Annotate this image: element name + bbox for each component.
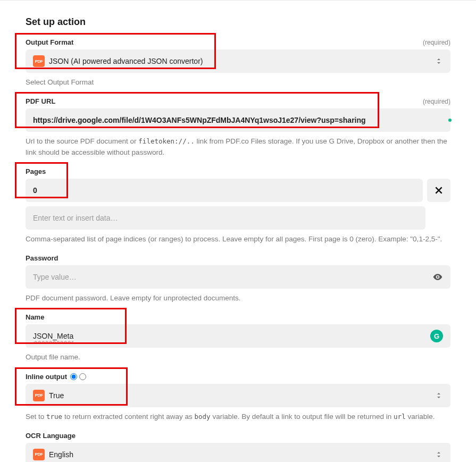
pages-placeholder: Enter text or insert data… xyxy=(33,214,418,222)
output-format-value: JSON (AI powered advanced JSON convertor… xyxy=(49,57,430,65)
page-title: Set up action xyxy=(26,16,450,28)
label-inline-output: Inline output xyxy=(26,373,86,381)
required-tag: (required) xyxy=(423,39,450,46)
pdf-url-value: https://drive.google.com/file/d/1W4O3ANF… xyxy=(33,116,443,124)
hint-pages: Comma-separated list of page indices (or… xyxy=(26,234,450,245)
input-pages[interactable]: 0 xyxy=(26,179,423,202)
password-placeholder: Type value… xyxy=(33,273,428,281)
label-pdf-url: PDF URL xyxy=(26,97,55,105)
inline-radio-2[interactable] xyxy=(79,373,86,380)
updown-icon xyxy=(435,450,443,459)
field-ocr-language: OCR Language PDF English xyxy=(26,432,450,462)
input-password[interactable]: Type value… xyxy=(26,265,450,289)
label-password: Password xyxy=(26,254,58,262)
pdf-icon: PDF xyxy=(33,449,45,460)
field-pages: Pages 0 Enter text or insert data… Comma… xyxy=(26,167,450,245)
ocr-language-value: English xyxy=(49,450,430,459)
hint-pdf-url: Url to the source PDF document or fileto… xyxy=(26,136,450,158)
inline-output-value: True xyxy=(49,391,430,400)
hint-name: Output file name. xyxy=(26,352,450,363)
close-icon xyxy=(434,186,444,195)
updown-icon xyxy=(435,391,443,400)
label-output-format: Output Format xyxy=(26,38,73,46)
input-pdf-url[interactable]: https://drive.google.com/file/d/1W4O3ANF… xyxy=(26,108,450,132)
hint-output-format: Select Output Format xyxy=(26,77,450,88)
input-pages-extra[interactable]: Enter text or insert data… xyxy=(26,206,425,230)
pdf-icon: PDF xyxy=(33,55,45,67)
field-pdf-url: PDF URL (required) https://drive.google.… xyxy=(26,97,450,158)
label-name: Name xyxy=(26,313,44,321)
pages-value: 0 xyxy=(33,186,415,195)
grammarly-icon[interactable]: G xyxy=(430,330,443,342)
required-tag: (required) xyxy=(423,98,450,105)
select-inline-output[interactable]: PDF True xyxy=(26,384,450,407)
name-value: JSON_Meta xyxy=(33,332,426,340)
field-output-format: Output Format (required) PDF JSON (AI po… xyxy=(26,38,450,88)
label-pages: Pages xyxy=(26,167,46,175)
updown-icon xyxy=(435,57,443,65)
pdf-icon: PDF xyxy=(33,390,45,401)
label-ocr-language: OCR Language xyxy=(26,432,76,440)
inline-radio-1[interactable] xyxy=(70,373,77,380)
select-ocr-language[interactable]: PDF English xyxy=(26,443,450,462)
field-inline-output: Inline output PDF True Set to true to re… xyxy=(26,373,450,422)
hint-password: PDF document password. Leave empty for u… xyxy=(26,293,450,304)
hint-inline-output: Set to true to return extracted content … xyxy=(26,411,450,422)
input-name[interactable]: JSON_Meta G xyxy=(26,324,450,348)
field-name: Name JSON_Meta G Output file name. xyxy=(26,313,450,363)
eye-icon[interactable] xyxy=(432,272,443,282)
clear-pages-button[interactable] xyxy=(427,179,450,202)
field-password: Password Type value… PDF document passwo… xyxy=(26,254,450,304)
select-output-format[interactable]: PDF JSON (AI powered advanced JSON conve… xyxy=(26,49,450,73)
status-dot-icon xyxy=(448,119,452,122)
